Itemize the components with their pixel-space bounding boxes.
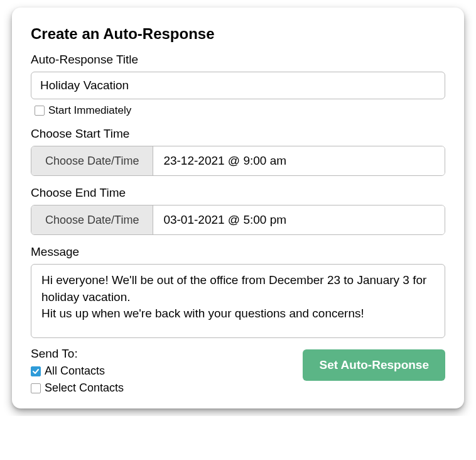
choose-end-datetime-button[interactable]: Choose Date/Time [31,205,153,234]
send-to-group: Send To: All Contacts Select Contacts [31,347,124,395]
send-all-label: All Contacts [45,364,105,378]
title-label: Auto-Response Title [31,53,445,67]
send-select-label: Select Contacts [45,381,124,395]
check-icon [32,368,40,375]
message-label: Message [31,245,445,259]
auto-response-form: Create an Auto-Response Auto-Response Ti… [12,8,464,408]
start-immediately-row[interactable]: Start Immediately [31,104,445,117]
send-all-row[interactable]: All Contacts [31,364,124,378]
start-immediately-label: Start Immediately [48,104,131,117]
bottom-row: Send To: All Contacts Select Contacts Se… [31,347,445,395]
start-time-label: Choose Start Time [31,127,445,141]
form-title: Create an Auto-Response [31,25,445,43]
end-datetime-input[interactable] [153,205,445,234]
choose-start-datetime-button[interactable]: Choose Date/Time [31,146,153,175]
send-all-checkbox[interactable] [31,366,41,376]
title-input[interactable] [31,72,445,99]
end-time-row: Choose Date/Time [31,205,445,235]
send-select-checkbox[interactable] [31,383,41,393]
start-immediately-checkbox[interactable] [35,106,45,116]
start-datetime-input[interactable] [153,146,445,175]
send-select-row[interactable]: Select Contacts [31,381,124,395]
end-time-label: Choose End Time [31,186,445,200]
set-auto-response-button[interactable]: Set Auto-Response [303,349,445,381]
send-to-label: Send To: [31,347,124,361]
message-textarea[interactable] [31,264,445,338]
start-time-row: Choose Date/Time [31,146,445,176]
